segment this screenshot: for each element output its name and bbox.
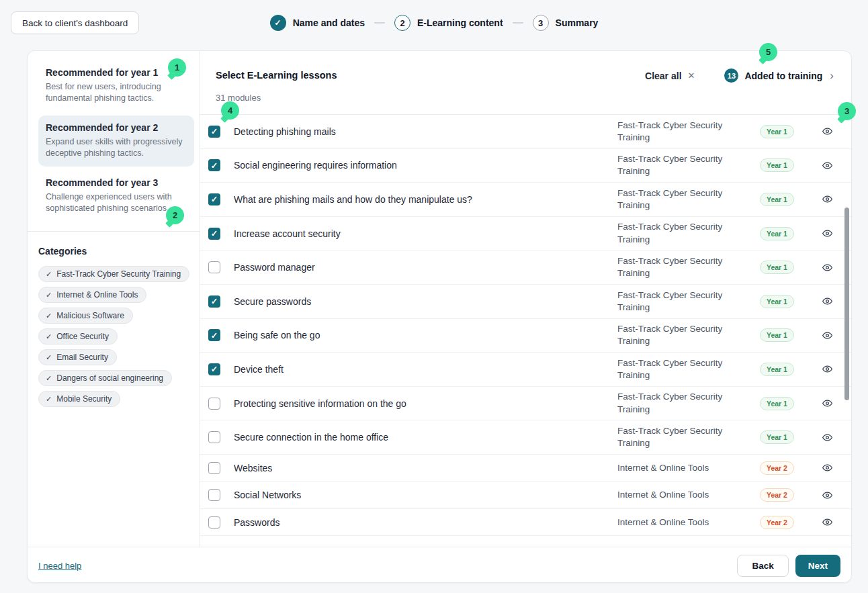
lesson-checkbox[interactable]: ✓	[208, 329, 220, 341]
lesson-year-cell: Year 2	[745, 461, 809, 475]
lesson-category: Fast-Track Cyber Security Training	[617, 425, 745, 449]
preview-eye-icon[interactable]	[809, 296, 846, 306]
category-chip-label: Internet & Online Tools	[56, 290, 138, 300]
preview-eye-icon[interactable]	[809, 463, 846, 473]
year-badge: Year 2	[760, 461, 794, 475]
preview-eye-icon[interactable]	[809, 398, 846, 408]
check-icon: ✓	[46, 291, 52, 300]
lesson-checkbox[interactable]	[208, 431, 220, 443]
lesson-checkbox[interactable]: ✓	[208, 193, 220, 206]
lesson-checkbox[interactable]	[208, 462, 220, 474]
category-chip-label: Dangers of social engineering	[56, 373, 163, 383]
lesson-row[interactable]: ✓What are phishing mails and how do they…	[200, 183, 851, 217]
category-chip-internet-online-tools[interactable]: ✓Internet & Online Tools	[38, 287, 146, 303]
sidebar: Recommended for year 1Best for new users…	[28, 51, 200, 547]
check-icon: ✓	[46, 374, 52, 383]
step-summary[interactable]: 3Summary	[533, 15, 599, 31]
lesson-row[interactable]: ✓Being safe on the goFast-Track Cyber Se…	[200, 319, 851, 353]
lesson-row[interactable]: WebsitesInternet & Online ToolsYear 2	[200, 455, 851, 482]
category-chip-dangers-of-social-engineering[interactable]: ✓Dangers of social engineering	[38, 370, 172, 386]
added-count-badge: 13	[724, 69, 738, 83]
help-link[interactable]: I need help	[38, 561, 81, 571]
modules-count: 31 modules	[216, 93, 261, 103]
categories-title: Categories	[38, 246, 194, 257]
check-icon: ✓	[46, 332, 52, 341]
recommendation-title: Recommended for year 3	[46, 177, 187, 188]
content-card: Recommended for year 1Best for new users…	[27, 50, 852, 583]
next-button[interactable]: Next	[795, 555, 840, 577]
check-icon: ✓	[46, 270, 52, 279]
preview-eye-icon[interactable]	[809, 490, 846, 500]
year-badge: Year 1	[760, 125, 794, 138]
lesson-row[interactable]: ✓Social engineering requires information…	[200, 149, 851, 183]
lesson-row[interactable]: Social NetworksInternet & Online ToolsYe…	[200, 482, 851, 509]
preview-eye-icon[interactable]	[809, 517, 846, 527]
lesson-row[interactable]: ✓Detecting phishing mailsFast-Track Cybe…	[200, 115, 851, 149]
lesson-row[interactable]: ✓Increase account securityFast-Track Cyb…	[200, 217, 851, 251]
preview-eye-icon[interactable]	[809, 228, 846, 238]
year-badge: Year 1	[760, 295, 794, 308]
lesson-checkbox[interactable]	[208, 516, 220, 529]
lesson-checkbox[interactable]: ✓	[208, 295, 220, 308]
category-chip-row: ✓Email Security	[38, 349, 194, 370]
step-label: E-Learning content	[417, 17, 503, 28]
check-icon: ✓	[46, 312, 52, 320]
category-chip-list: ✓Fast-Track Cyber Security Training✓Inte…	[38, 266, 194, 412]
lesson-checkbox[interactable]: ✓	[208, 126, 220, 138]
step-name-and-dates[interactable]: ✓Name and dates	[270, 15, 365, 31]
preview-eye-icon[interactable]	[809, 432, 846, 443]
preview-eye-icon[interactable]	[809, 161, 846, 171]
added-to-training-label: Added to training	[744, 71, 822, 81]
back-button[interactable]: Back	[737, 555, 788, 577]
lesson-year-cell: Year 1	[745, 193, 809, 206]
category-chip-row: ✓Dangers of social engineering	[38, 370, 194, 391]
lesson-row[interactable]: Password managerFast-Track Cyber Securit…	[200, 250, 851, 285]
category-chip-row: ✓Office Security	[38, 328, 194, 349]
lesson-checkbox[interactable]	[208, 489, 220, 501]
lesson-checkbox[interactable]: ✓	[208, 363, 220, 375]
lesson-row[interactable]: PasswordsInternet & Online ToolsYear 2	[200, 509, 851, 537]
category-chip-label: Mobile Security	[56, 394, 112, 404]
lesson-list: ✓Detecting phishing mailsFast-Track Cybe…	[200, 115, 851, 547]
lesson-year-cell: Year 1	[745, 125, 809, 138]
lesson-row[interactable]	[200, 536, 851, 547]
scrollbar-thumb[interactable]	[844, 208, 849, 400]
step-circle: 3	[533, 15, 549, 31]
category-chip-row: ✓Fast-Track Cyber Security Training	[38, 266, 194, 287]
lesson-row[interactable]: Protecting sensitive information on the …	[200, 387, 851, 421]
lesson-name: Secure connection in the home office	[234, 432, 617, 443]
lesson-name: Password manager	[234, 262, 617, 273]
category-chip-malicious-software[interactable]: ✓Malicious Software	[38, 308, 133, 324]
preview-eye-icon[interactable]	[809, 330, 846, 340]
lesson-checkbox[interactable]	[208, 398, 220, 410]
added-to-training-button[interactable]: 13 Added to training ›	[724, 69, 834, 83]
lesson-row[interactable]: ✓Device theftFast-Track Cyber Security T…	[200, 353, 851, 387]
recommendation-title: Recommended for year 1	[46, 67, 187, 78]
year-badge: Year 1	[760, 227, 794, 240]
lesson-name: Detecting phishing mails	[234, 126, 617, 137]
preview-eye-icon[interactable]	[809, 194, 846, 204]
panel-title: Select E-Learning lessons	[216, 70, 337, 81]
category-chip-mobile-security[interactable]: ✓Mobile Security	[38, 391, 120, 407]
preview-eye-icon[interactable]	[809, 364, 846, 374]
lesson-row[interactable]: ✓Secure passwordsFast-Track Cyber Securi…	[200, 285, 851, 319]
year-badge: Year 2	[760, 516, 794, 529]
step-e-learning-content[interactable]: 2E-Learning content	[394, 15, 503, 31]
year-badge: Year 2	[760, 488, 794, 502]
category-chip-email-security[interactable]: ✓Email Security	[38, 349, 117, 365]
step-label: Name and dates	[293, 17, 365, 28]
lesson-year-cell: Year 1	[745, 158, 809, 172]
lesson-checkbox[interactable]	[208, 261, 220, 273]
recommendation-list: Recommended for year 1Best for new users…	[38, 60, 194, 222]
year-badge: Year 1	[760, 158, 794, 172]
clear-all-button[interactable]: Clear all ✕	[645, 71, 695, 81]
lesson-row[interactable]: Secure connection in the home officeFast…	[200, 420, 851, 455]
lesson-category: Internet & Online Tools	[617, 489, 745, 501]
category-chip-fast-track-cyber-security-training[interactable]: ✓Fast-Track Cyber Security Training	[38, 266, 189, 282]
preview-eye-icon[interactable]	[809, 126, 846, 136]
sidebar-item-recommended-for-year-2[interactable]: Recommended for year 2Expand user skills…	[38, 116, 194, 167]
lesson-checkbox[interactable]: ✓	[208, 159, 220, 171]
lesson-checkbox[interactable]: ✓	[208, 228, 220, 240]
preview-eye-icon[interactable]	[809, 263, 846, 273]
category-chip-office-security[interactable]: ✓Office Security	[38, 328, 118, 345]
